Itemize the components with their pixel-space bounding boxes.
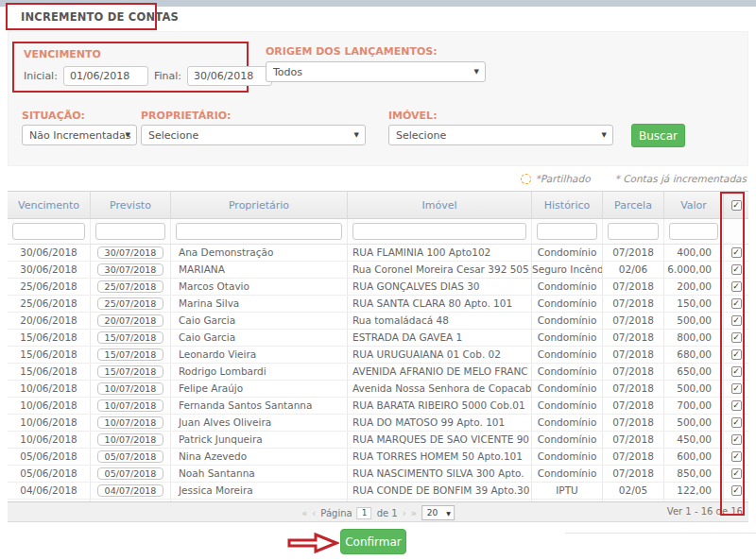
table-row[interactable]: 15/06/2018 Leonardo Vieira RUA URUGUAIAN… bbox=[8, 347, 748, 364]
table-row[interactable]: 15/06/2018 Rodrigo Lombardi AVENIDA AFRA… bbox=[8, 364, 748, 381]
previsto-date-input[interactable] bbox=[97, 365, 163, 378]
col-header-vencimento[interactable]: Vencimento bbox=[8, 192, 91, 218]
prev-page-icon[interactable]: ‹ bbox=[312, 508, 316, 518]
last-page-icon[interactable]: » bbox=[411, 508, 417, 518]
filter-vencimento-input[interactable] bbox=[12, 223, 85, 240]
incremento-de-contas-page: INCREMENTO DE CONTAS VENCIMENTO Inicial:… bbox=[0, 0, 756, 560]
row-checkbox[interactable]: ✓ bbox=[731, 264, 742, 275]
situacao-select[interactable]: Não Incrementadas ▼ bbox=[22, 125, 137, 145]
cell-checkbox: ✓ bbox=[724, 415, 748, 431]
cell-valor: 600,00 bbox=[664, 449, 724, 465]
col-header-parcela[interactable]: Parcela bbox=[603, 192, 664, 218]
origem-select[interactable]: Todos ▼ bbox=[266, 61, 486, 82]
cell-checkbox: ✓ bbox=[724, 347, 748, 363]
row-checkbox[interactable]: ✓ bbox=[731, 315, 742, 326]
table-row[interactable]: 10/06/2018 Fernanda Santos Santanna RUA … bbox=[8, 398, 748, 415]
cell-checkbox: ✓ bbox=[724, 381, 748, 397]
confirmar-button[interactable]: Confirmar bbox=[340, 529, 406, 554]
imovel-select[interactable]: Selecione ▼ bbox=[388, 125, 613, 145]
first-page-icon[interactable]: « bbox=[301, 508, 307, 518]
previsto-date-input[interactable] bbox=[97, 297, 163, 310]
table-row[interactable]: 10/06/2018 Felipe Araújo Avenida Nossa S… bbox=[8, 381, 748, 398]
col-header-historico[interactable]: Histórico bbox=[532, 192, 603, 218]
previsto-date-input[interactable] bbox=[97, 331, 163, 344]
row-checkbox[interactable]: ✓ bbox=[731, 400, 742, 411]
filter-valor-input[interactable] bbox=[669, 223, 718, 240]
cell-previsto bbox=[91, 483, 171, 499]
row-checkbox[interactable]: ✓ bbox=[731, 247, 742, 258]
previsto-date-input[interactable] bbox=[97, 450, 163, 463]
col-header-proprietario[interactable]: Proprietário bbox=[171, 192, 348, 218]
previsto-date-input[interactable] bbox=[97, 348, 163, 361]
row-checkbox[interactable]: ✓ bbox=[731, 417, 742, 428]
row-checkbox[interactable]: ✓ bbox=[731, 332, 742, 343]
previsto-date-input[interactable] bbox=[97, 399, 163, 412]
page-size-value: 20 bbox=[427, 508, 438, 518]
select-all-checkbox[interactable]: ✓ bbox=[731, 200, 742, 211]
imovel-label: IMÓVEL: bbox=[388, 110, 438, 122]
cell-valor: 450,00 bbox=[664, 432, 724, 448]
table-row[interactable]: 10/06/2018 Patrick Junqueira RUA MARQUES… bbox=[8, 432, 748, 449]
previsto-date-input[interactable] bbox=[97, 263, 163, 276]
inicial-date-input[interactable] bbox=[63, 66, 148, 86]
col-header-previsto[interactable]: Previsto bbox=[91, 192, 171, 218]
cell-parcela: 02/06 bbox=[603, 262, 664, 278]
row-checkbox[interactable]: ✓ bbox=[731, 366, 742, 377]
table-row[interactable]: 05/06/2018 Nina Azevedo RUA TORRES HOMEM… bbox=[8, 449, 748, 466]
row-checkbox[interactable]: ✓ bbox=[731, 383, 742, 394]
cell-proprietario: Felipe Araújo bbox=[171, 381, 348, 397]
cell-proprietario: Rodrigo Lombardi bbox=[171, 364, 348, 380]
cell-valor: 6.000,00 bbox=[664, 262, 724, 278]
row-checkbox[interactable]: ✓ bbox=[731, 468, 742, 479]
cell-historico: Condomínio bbox=[532, 432, 603, 448]
legend-partilhado: *Partilhado bbox=[536, 173, 591, 184]
previsto-date-input[interactable] bbox=[97, 484, 163, 497]
page-label: Página bbox=[320, 508, 352, 518]
filter-historico-input[interactable] bbox=[537, 223, 597, 240]
row-checkbox[interactable]: ✓ bbox=[731, 281, 742, 292]
cell-proprietario: Fernanda Santos Santanna bbox=[171, 398, 348, 414]
page-number-input[interactable] bbox=[357, 507, 372, 519]
cell-imovel: RUA FLAMINIA 100 Apto102 bbox=[348, 245, 532, 261]
row-checkbox[interactable]: ✓ bbox=[731, 349, 742, 360]
table-row[interactable]: 05/06/2018 Noah Santanna RUA NASCIMENTO … bbox=[8, 466, 748, 483]
col-header-imovel[interactable]: Imóvel bbox=[348, 192, 532, 218]
page-size-select[interactable]: 20 ▼ bbox=[421, 505, 455, 520]
col-header-valor[interactable]: Valor bbox=[664, 192, 724, 218]
filter-parcela-input[interactable] bbox=[608, 223, 659, 240]
cell-proprietario: Ana Demonstração bbox=[171, 245, 348, 261]
cell-vencimento: 10/06/2018 bbox=[8, 415, 91, 431]
cell-parcela: 07/2018 bbox=[603, 415, 664, 431]
buscar-button[interactable]: Buscar bbox=[631, 124, 685, 147]
row-checkbox[interactable]: ✓ bbox=[731, 434, 742, 445]
previsto-date-input[interactable] bbox=[97, 314, 163, 327]
proprietario-select-value: Selecione bbox=[148, 129, 198, 142]
previsto-date-input[interactable] bbox=[97, 280, 163, 293]
cell-valor: 850,00 bbox=[664, 466, 724, 482]
table-row[interactable]: 15/06/2018 Caio Garcia ESTRADA DA GAVEA … bbox=[8, 330, 748, 347]
table-row[interactable]: 30/06/2018 Ana Demonstração RUA FLAMINIA… bbox=[8, 245, 748, 262]
row-checkbox[interactable]: ✓ bbox=[731, 298, 742, 309]
filter-previsto-input[interactable] bbox=[95, 223, 165, 240]
previsto-date-input[interactable] bbox=[97, 467, 163, 480]
table-row[interactable]: 04/06/2018 Jessica Moreira RUA CONDE DE … bbox=[8, 483, 748, 500]
next-page-icon[interactable]: › bbox=[403, 508, 406, 518]
previsto-date-input[interactable] bbox=[97, 433, 163, 446]
cell-parcela: 07/2018 bbox=[603, 330, 664, 346]
proprietario-select[interactable]: Selecione ▼ bbox=[141, 125, 366, 145]
accounts-table: Vencimento Previsto Proprietário Imóvel … bbox=[8, 191, 748, 517]
filter-proprietario-input[interactable] bbox=[176, 223, 342, 240]
table-row[interactable]: 10/06/2018 Juan Alves Oliveira RUA DO MA… bbox=[8, 415, 748, 432]
previsto-date-input[interactable] bbox=[97, 246, 163, 259]
row-checkbox[interactable]: ✓ bbox=[731, 485, 742, 496]
table-row[interactable]: 25/06/2018 Marina Silva RUA SANTA CLARA … bbox=[8, 296, 748, 313]
previsto-date-input[interactable] bbox=[97, 416, 163, 429]
table-row[interactable]: 30/06/2018 MARIANA Rua Coronel Moreira C… bbox=[8, 262, 748, 279]
table-row[interactable]: 25/06/2018 Marcos Otavio RUA GONÇALVES D… bbox=[8, 279, 748, 296]
row-checkbox[interactable]: ✓ bbox=[731, 451, 742, 462]
final-date-input[interactable] bbox=[187, 66, 272, 86]
cell-checkbox: ✓ bbox=[724, 432, 748, 448]
previsto-date-input[interactable] bbox=[97, 382, 163, 395]
table-row[interactable]: 20/06/2018 Caio Garcia Rua tomaládacá 48… bbox=[8, 313, 748, 330]
filter-imovel-input[interactable] bbox=[352, 223, 526, 240]
